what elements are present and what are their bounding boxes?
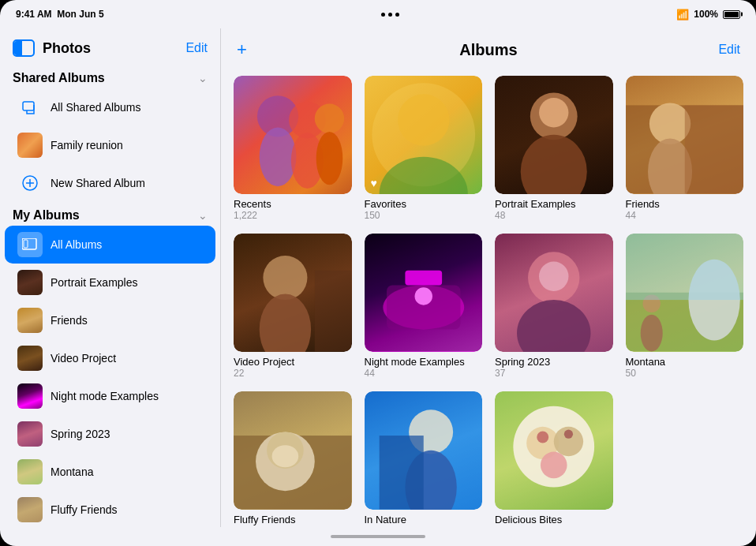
sidebar-item-all-albums[interactable]: All Albums: [5, 226, 215, 264]
spring-2023-thumb: [17, 421, 43, 447]
status-indicators: 📶 100%: [676, 9, 740, 21]
app-body: Photos Edit Shared Albums ⌄ All Shared A…: [0, 28, 756, 527]
main-header: + Albums Edit: [221, 28, 756, 68]
svg-rect-0: [23, 102, 34, 110]
svg-rect-48: [379, 436, 423, 509]
album-name-spring-2023: Spring 2023: [495, 356, 613, 368]
svg-point-35: [539, 262, 568, 291]
album-card-portrait-examples[interactable]: Portrait Examples 48: [495, 76, 613, 221]
album-thumb-montana: [626, 234, 744, 352]
wifi-icon: 📶: [676, 9, 689, 21]
album-thumb-favorites: ♥: [365, 76, 483, 194]
album-card-in-nature[interactable]: In Nature 53: [365, 391, 483, 527]
svg-point-34: [517, 300, 590, 351]
album-card-recents[interactable]: Recents 1,222: [234, 76, 352, 221]
svg-point-55: [564, 430, 573, 439]
friends-label: Friends: [51, 314, 88, 327]
album-card-video-project[interactable]: Video Project 22: [234, 234, 352, 379]
night-mode-thumb: [17, 383, 43, 409]
album-count-portrait-examples: 48: [495, 210, 613, 221]
album-thumb-video-project: [234, 234, 352, 352]
sidebar-item-all-shared[interactable]: All Shared Albums: [5, 88, 215, 126]
svg-point-44: [272, 445, 299, 467]
favorites-heart-icon: ♥: [371, 177, 377, 189]
svg-point-13: [315, 104, 344, 133]
shared-albums-icon: [17, 95, 43, 120]
svg-point-19: [521, 135, 587, 194]
album-name-recents: Recents: [234, 198, 352, 211]
album-name-delicious-bites: Delicious Bites: [495, 514, 613, 526]
svg-rect-27: [315, 271, 352, 352]
family-reunion-thumb: [17, 133, 43, 158]
sidebar-item-portrait-examples[interactable]: Portrait Examples: [5, 264, 215, 301]
all-albums-label: All Albums: [51, 238, 102, 251]
album-thumb-portrait-examples: [495, 76, 613, 194]
album-count-friends: 44: [626, 210, 744, 221]
sidebar-item-spring-2023[interactable]: Spring 2023: [5, 415, 215, 453]
album-card-night-mode[interactable]: Night mode Examples 44: [365, 234, 483, 379]
svg-rect-24: [684, 105, 743, 193]
portrait-examples-label: Portrait Examples: [51, 276, 137, 289]
svg-point-11: [260, 127, 297, 186]
shared-albums-chevron-icon[interactable]: ⌄: [198, 72, 208, 84]
montana-label: Montana: [51, 466, 93, 478]
family-reunion-label: Family reunion: [51, 139, 123, 151]
svg-rect-5: [24, 240, 28, 248]
status-dots: [381, 13, 399, 17]
my-albums-chevron-icon[interactable]: ⌄: [198, 209, 208, 222]
svg-point-22: [649, 103, 690, 144]
album-thumb-in-nature: [365, 391, 483, 510]
sidebar-panel-icon: [13, 39, 35, 57]
album-name-portrait-examples: Portrait Examples: [495, 198, 613, 211]
sidebar-item-friends[interactable]: Friends: [5, 301, 215, 339]
sidebar-edit-button[interactable]: Edit: [185, 41, 208, 55]
svg-point-32: [414, 287, 432, 305]
sidebar-item-video-project[interactable]: Video Project: [5, 339, 215, 377]
sidebar-item-new-shared[interactable]: New Shared Album: [5, 164, 215, 202]
album-card-fluffy-friends[interactable]: Fluffy Friends 8: [234, 391, 352, 527]
night-mode-label: Night mode Examples: [51, 390, 159, 402]
album-count-spring-2023: 37: [495, 368, 613, 379]
battery-icon: [723, 10, 740, 19]
svg-point-14: [316, 132, 343, 185]
album-name-in-nature: In Nature: [365, 514, 483, 526]
sidebar-title: Photos: [43, 40, 91, 57]
album-card-friends[interactable]: Friends 44: [626, 76, 744, 221]
album-card-montana[interactable]: Montana 50: [626, 234, 744, 379]
album-card-favorites[interactable]: ♥ Favorites 150: [365, 76, 483, 221]
album-card-delicious-bites[interactable]: Delicious Bites 10: [495, 391, 613, 527]
album-count-night-mode: 44: [365, 368, 483, 379]
fluffy-friends-thumb: [17, 497, 43, 522]
album-thumb-night-mode: [365, 234, 483, 352]
album-count-video-project: 22: [234, 368, 352, 379]
sidebar-item-night-mode[interactable]: Night mode Examples: [5, 377, 215, 415]
all-albums-thumb: [17, 232, 43, 257]
sidebar-item-family-reunion[interactable]: Family reunion: [5, 126, 215, 164]
svg-point-20: [539, 98, 568, 127]
sidebar-header: Photos Edit: [0, 28, 220, 65]
all-shared-label: All Shared Albums: [51, 101, 140, 114]
album-name-night-mode: Night mode Examples: [365, 356, 483, 368]
album-name-fluffy-friends: Fluffy Friends: [234, 514, 352, 526]
battery-percent: 100%: [694, 9, 718, 20]
sidebar-item-fluffy-friends[interactable]: Fluffy Friends: [5, 491, 215, 527]
svg-rect-31: [405, 271, 442, 286]
sidebar-item-montana[interactable]: Montana: [5, 453, 215, 491]
add-album-button[interactable]: +: [237, 39, 268, 60]
album-thumb-recents: [234, 76, 352, 194]
sidebar: Photos Edit Shared Albums ⌄ All Shared A…: [0, 28, 221, 527]
album-card-spring-2023[interactable]: Spring 2023 37: [495, 234, 613, 379]
album-thumb-spring-2023: [495, 234, 613, 352]
album-name-montana: Montana: [626, 356, 744, 368]
status-time: 9:41 AM Mon Jun 5: [16, 9, 104, 20]
svg-point-17: [398, 94, 449, 145]
main-edit-button[interactable]: Edit: [709, 43, 740, 57]
svg-point-54: [537, 432, 548, 443]
fluffy-friends-label: Fluffy Friends: [51, 503, 118, 516]
status-bar: 9:41 AM Mon Jun 5 📶 100%: [0, 0, 756, 28]
video-project-label: Video Project: [51, 352, 116, 365]
album-count-montana: 50: [626, 368, 744, 379]
svg-point-25: [263, 256, 307, 300]
shared-albums-section-header: Shared Albums ⌄: [0, 65, 220, 88]
svg-point-26: [260, 294, 311, 352]
